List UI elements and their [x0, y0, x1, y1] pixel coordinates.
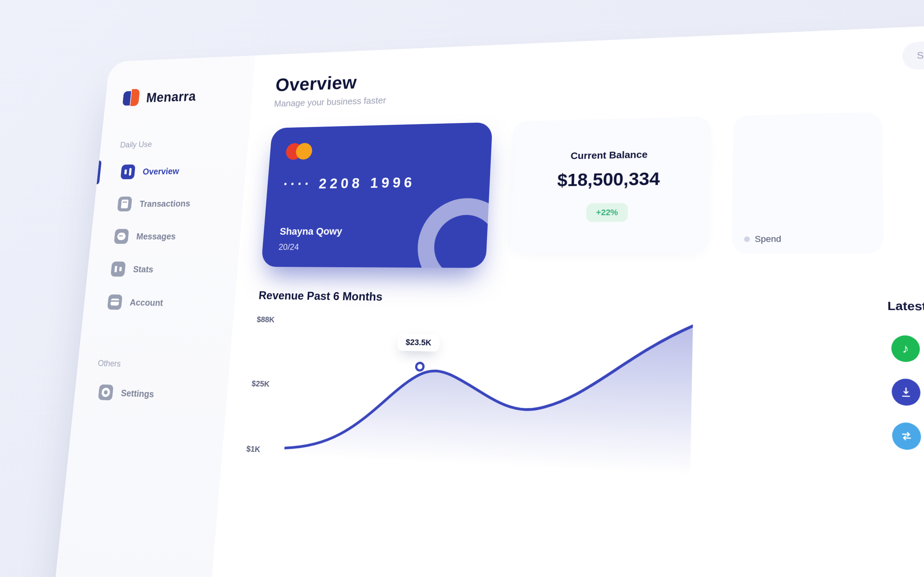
balance-card: Current Balance $18,500,334 +22%	[507, 116, 711, 253]
sidebar-item-overview[interactable]: Overview	[114, 156, 234, 186]
transaction-row[interactable]: Swap	[888, 414, 924, 467]
sidebar-item-transactions[interactable]: Transactions	[111, 189, 231, 218]
legend-dot-icon	[744, 237, 750, 242]
sidebar-item-stats[interactable]: Stats	[104, 255, 226, 285]
stats-icon	[110, 261, 126, 277]
app-frame: Menarra Daily Use Overview Transactions …	[50, 18, 924, 577]
transactions-title: Latest Transactions	[888, 299, 924, 316]
spend-card: Spend	[732, 112, 884, 254]
chart-title: Revenue Past 6 Months	[258, 289, 693, 308]
chart-plot: $23.5K	[284, 316, 693, 475]
sidebar-item-label: Messages	[136, 231, 176, 242]
search-placeholder: Search your report	[917, 47, 924, 61]
latest-transactions: Latest Transactions ♪ Spotify 22 Feb Mon…	[888, 299, 924, 467]
balance-value: $18,500,334	[557, 168, 660, 190]
brand-name: Menarra	[146, 89, 197, 105]
balance-label: Current Balance	[571, 149, 648, 162]
overview-icon	[121, 164, 136, 179]
sidebar-item-settings[interactable]: Settings	[92, 377, 215, 411]
swap-icon	[892, 422, 921, 450]
revenue-chart: Revenue Past 6 Months $88K $25K $1K	[246, 289, 694, 475]
messages-icon	[114, 229, 129, 244]
y-tick: $1K	[246, 444, 265, 455]
sidebar-item-label: Account	[129, 297, 164, 308]
transactions-icon	[117, 197, 132, 211]
sidebar-section-daily: Daily Use	[120, 137, 236, 149]
card-holder: Shayna Qowy	[279, 226, 342, 237]
credit-card[interactable]: ···· 2208 1996 Shayna Qowy 20/24	[261, 122, 493, 268]
y-tick: $25K	[251, 379, 270, 389]
account-icon	[107, 294, 122, 310]
chart-y-axis: $88K $25K $1K	[246, 315, 275, 455]
transaction-row[interactable]: ♪ Spotify 22 Feb	[888, 327, 924, 376]
sidebar-item-label: Stats	[133, 264, 154, 275]
brand: Menarra	[122, 85, 241, 108]
sidebar-item-label: Transactions	[139, 198, 191, 209]
spend-legend: Spend	[744, 234, 870, 245]
gear-icon	[98, 384, 114, 401]
chart-tooltip: $23.5K	[397, 334, 440, 351]
sidebar-item-messages[interactable]: Messages	[108, 222, 228, 251]
mastercard-icon	[286, 139, 475, 160]
download-icon	[892, 378, 921, 406]
sidebar-item-account[interactable]: Account	[101, 287, 223, 318]
main-panel: Search your report Overview Manage your …	[206, 18, 924, 577]
spotify-icon: ♪	[891, 335, 920, 362]
sidebar-section-others: Others	[97, 358, 216, 371]
balance-delta-badge: +22%	[586, 203, 628, 222]
card-expiry: 20/24	[278, 242, 299, 252]
sidebar-item-label: Settings	[121, 387, 155, 400]
sidebar-item-label: Overview	[142, 166, 179, 177]
card-number: ···· 2208 1996	[283, 174, 473, 192]
y-tick: $88K	[256, 315, 275, 324]
card-decoration-ring	[415, 198, 493, 268]
spend-legend-label: Spend	[755, 234, 781, 244]
brand-logo	[122, 89, 141, 108]
